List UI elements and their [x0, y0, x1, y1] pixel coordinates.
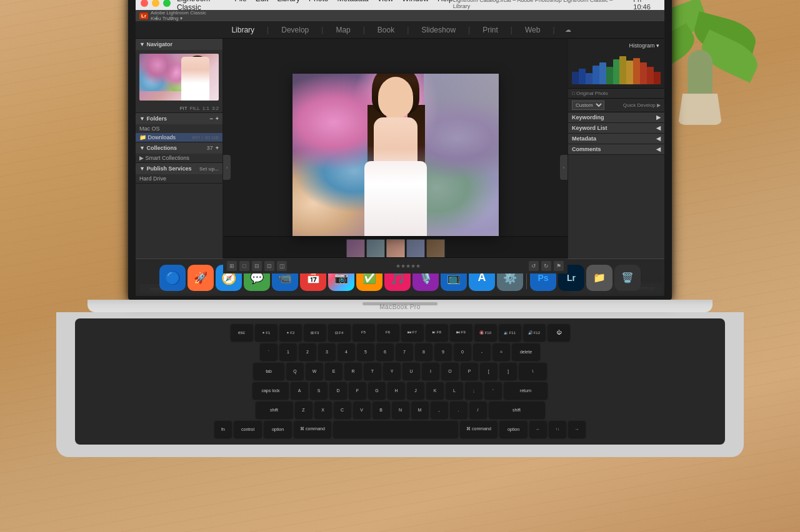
- key-minus[interactable]: -: [473, 343, 491, 360]
- key-f3[interactable]: ⊞ F3: [304, 323, 326, 341]
- dock-finder[interactable]: 🔵: [159, 265, 186, 291]
- smart-collections[interactable]: ▶ Smart Collections: [136, 154, 222, 162]
- key-o[interactable]: O: [441, 362, 459, 380]
- survey-btn[interactable]: ⊡: [264, 261, 274, 271]
- folders-header[interactable]: ▼ Folders − +: [136, 113, 222, 124]
- module-print[interactable]: Print: [480, 24, 501, 36]
- tone-preset-select[interactable]: Custom: [572, 101, 604, 110]
- key-c[interactable]: C: [334, 401, 351, 418]
- navigator-header[interactable]: ▼ Navigator: [136, 39, 222, 50]
- key-command-left[interactable]: ⌘ command: [294, 420, 331, 438]
- key-shift-right[interactable]: shift: [489, 401, 545, 418]
- key-n[interactable]: N: [392, 401, 409, 418]
- key-f4[interactable]: ⊟ F4: [328, 323, 351, 341]
- key-f10[interactable]: 🔇 F10: [474, 323, 497, 341]
- right-panel-toggle[interactable]: ‹: [560, 155, 568, 180]
- key-equals[interactable]: =: [492, 343, 510, 360]
- key-0[interactable]: 0: [454, 343, 471, 360]
- key-lbracket[interactable]: [: [480, 362, 498, 380]
- key-t[interactable]: T: [364, 362, 381, 380]
- key-f7[interactable]: ⏮ F7: [401, 323, 424, 341]
- key-4[interactable]: 4: [338, 343, 355, 360]
- module-book[interactable]: Book: [375, 24, 397, 36]
- key-j[interactable]: J: [407, 382, 424, 399]
- folder-macos[interactable]: Mac OS: [136, 124, 222, 133]
- key-f6[interactable]: F6: [377, 323, 399, 341]
- zoom-fit[interactable]: FIT: [180, 106, 188, 111]
- key-x[interactable]: X: [314, 401, 332, 418]
- hard-drive-service[interactable]: Hard Drive: [136, 174, 222, 183]
- publish-services-header[interactable]: ▼ Publish Services Set up...: [136, 163, 222, 174]
- key-return[interactable]: return: [504, 382, 548, 399]
- left-panel-toggle[interactable]: ›: [223, 155, 231, 180]
- key-e[interactable]: E: [325, 362, 342, 380]
- key-7[interactable]: 7: [396, 343, 413, 360]
- rotate-right-btn[interactable]: ↻: [541, 261, 551, 271]
- key-1[interactable]: 1: [279, 343, 297, 360]
- loupe-view-btn[interactable]: □: [239, 261, 249, 271]
- key-a[interactable]: A: [291, 382, 308, 399]
- module-develop[interactable]: Develop: [279, 24, 311, 36]
- key-s[interactable]: S: [310, 382, 328, 399]
- key-9[interactable]: 9: [434, 343, 452, 360]
- key-command-right[interactable]: ⌘ command: [460, 420, 498, 438]
- key-option-right[interactable]: option: [499, 420, 528, 438]
- key-f8[interactable]: ⏯ F8: [426, 323, 448, 341]
- quick-develop-toggle[interactable]: Quick Develop ▶: [623, 102, 661, 108]
- keyword-list-header[interactable]: Keyword List ◀: [568, 123, 664, 133]
- minimize-button[interactable]: [152, 0, 159, 7]
- module-web[interactable]: Web: [522, 24, 542, 36]
- filmstrip-thumb-2[interactable]: [366, 239, 385, 259]
- dock-launchpad[interactable]: 🚀: [188, 265, 214, 291]
- key-space[interactable]: [333, 420, 458, 438]
- key-option-left[interactable]: option: [264, 420, 292, 438]
- keywording-header[interactable]: Keywording ▶: [568, 112, 664, 122]
- key-d[interactable]: D: [329, 382, 347, 399]
- key-f11[interactable]: 🔉 F11: [499, 323, 521, 341]
- folders-minus[interactable]: −: [209, 116, 212, 122]
- key-fn[interactable]: fn: [214, 420, 232, 438]
- zoom-1to1[interactable]: 1:1: [202, 106, 209, 111]
- filmstrip-thumb-active[interactable]: [386, 239, 405, 259]
- collections-header[interactable]: ▼ Collections 37 +: [136, 142, 222, 154]
- key-q[interactable]: Q: [286, 362, 304, 380]
- filmstrip-thumb-3[interactable]: [406, 239, 425, 259]
- key-esc[interactable]: esc: [231, 323, 253, 341]
- key-6[interactable]: 6: [376, 343, 394, 360]
- key-2[interactable]: 2: [299, 343, 316, 360]
- key-5[interactable]: 5: [357, 343, 374, 360]
- key-k[interactable]: K: [426, 382, 444, 399]
- key-arrow-left[interactable]: ←: [529, 420, 547, 438]
- collections-plus[interactable]: +: [216, 145, 219, 151]
- key-period[interactable]: .: [450, 401, 468, 418]
- zoom-fill[interactable]: FILL: [190, 106, 200, 111]
- folders-plus[interactable]: +: [216, 116, 219, 122]
- key-f1[interactable]: ✶ F1: [255, 323, 278, 341]
- key-z[interactable]: Z: [295, 401, 312, 418]
- key-shift-left[interactable]: shift: [256, 401, 293, 418]
- key-h[interactable]: H: [388, 382, 405, 399]
- close-button[interactable]: [141, 0, 148, 7]
- dock-folder-1[interactable]: 📁: [586, 265, 612, 291]
- key-l[interactable]: L: [446, 382, 463, 399]
- key-8[interactable]: 8: [415, 343, 432, 360]
- folder-downloads[interactable]: 📁 Downloads 897 / 30 GB: [136, 133, 222, 142]
- key-control[interactable]: control: [234, 420, 262, 438]
- key-g[interactable]: G: [368, 382, 386, 399]
- compare-btn[interactable]: ⊟: [252, 261, 262, 271]
- module-slideshow[interactable]: Slideshow: [419, 24, 458, 36]
- filmstrip-thumb-4[interactable]: [426, 239, 445, 259]
- dock-folder-2[interactable]: 🗑️: [614, 265, 641, 291]
- rotate-left-btn[interactable]: ↺: [529, 261, 539, 271]
- filmstrip-thumb-1[interactable]: [346, 239, 365, 259]
- grid-view-btn[interactable]: ⊞: [227, 261, 237, 271]
- key-b[interactable]: B: [372, 401, 390, 418]
- key-rbracket[interactable]: ]: [499, 362, 517, 380]
- key-y[interactable]: Y: [383, 362, 401, 380]
- key-comma[interactable]: ,: [431, 401, 448, 418]
- key-f2[interactable]: ✶ F2: [279, 323, 302, 341]
- module-library[interactable]: Library: [229, 24, 257, 36]
- key-backslash[interactable]: \: [519, 362, 547, 380]
- comments-header[interactable]: Comments ◀: [568, 144, 664, 154]
- maximize-button[interactable]: [163, 0, 171, 7]
